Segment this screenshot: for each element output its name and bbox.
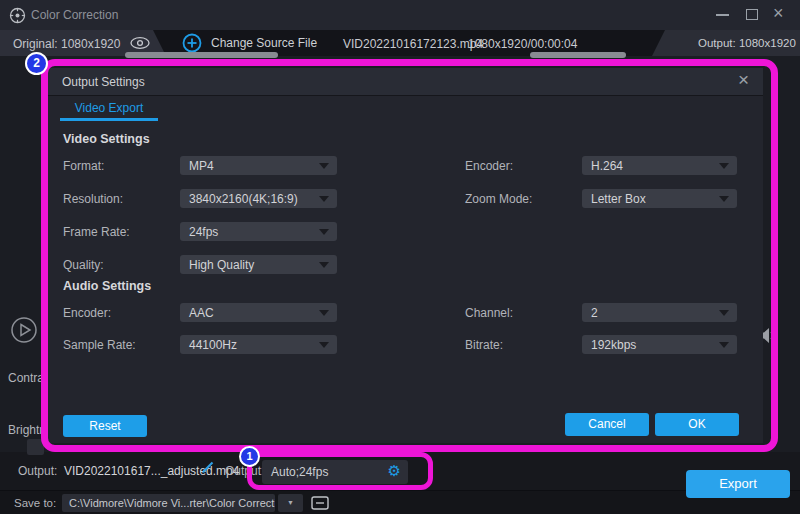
format-dropdown[interactable]: MP4	[180, 156, 337, 175]
dialog-header: Output Settings ×	[48, 68, 763, 96]
caret-down-icon	[319, 229, 329, 235]
video-encoder-dropdown[interactable]: H.264	[582, 156, 737, 175]
zoommode-value: Letter Box	[591, 192, 646, 206]
save-path-field[interactable]: C:\Vidmore\Vidmore Vi...rter\Color Corre…	[62, 494, 275, 512]
quality-value: High Quality	[189, 258, 254, 272]
window-title: Color Correction	[31, 8, 118, 22]
video-encoder-value: H.264	[591, 159, 623, 173]
channel-value: 2	[591, 306, 598, 320]
source-resolution-duration: 1080x1920/00:00:04	[468, 37, 577, 51]
profile-value: Auto;24fps	[271, 465, 328, 479]
reset-button[interactable]: Reset	[63, 415, 147, 437]
channel-label: Channel:	[465, 306, 513, 320]
caret-down-icon	[319, 262, 329, 268]
annotation-badge-step1: 1	[239, 446, 260, 467]
value-box-fragment	[27, 439, 44, 455]
app-window: Color Correction × Original: 1080x1920 C…	[0, 0, 800, 514]
preview-header-bar: Original: 1080x1920 Change Source File V…	[0, 30, 800, 56]
original-resolution-label: Original: 1080x1920	[13, 37, 120, 51]
resolution-value: 3840x2160(4K;16:9)	[189, 192, 298, 206]
contrast-label: Contrast	[8, 371, 53, 385]
close-window-button[interactable]: ×	[773, 3, 784, 24]
samplerate-label: Sample Rate:	[63, 338, 136, 352]
output-resolution-label: Output: 1080x1920	[698, 37, 796, 49]
save-path-caret-button[interactable]: ▼	[278, 494, 303, 512]
source-filename: VID20221016172123.mp4	[343, 37, 483, 51]
caret-down-icon	[319, 163, 329, 169]
export-button[interactable]: Export	[686, 470, 790, 498]
samplerate-value: 44100Hz	[189, 338, 237, 352]
dialog-close-icon[interactable]: ×	[738, 69, 749, 91]
profile-settings-gear-icon[interactable]: ⚙	[388, 462, 401, 480]
tab-underline	[60, 118, 158, 121]
caret-down-icon	[319, 310, 329, 316]
format-label: Format:	[63, 159, 104, 173]
zoommode-dropdown[interactable]: Letter Box	[582, 189, 737, 208]
minimize-button[interactable]	[716, 14, 729, 16]
audio-encoder-label: Encoder:	[63, 306, 111, 320]
resolution-dropdown[interactable]: 3840x2160(4K;16:9)	[180, 189, 337, 208]
framerate-value: 24fps	[189, 225, 218, 239]
cancel-button[interactable]: Cancel	[565, 413, 649, 436]
caret-down-icon	[719, 342, 729, 348]
caret-down-icon	[319, 342, 329, 348]
save-path-value: C:\Vidmore\Vidmore Vi...rter\Color Corre…	[69, 497, 275, 509]
bitrate-label: Bitrate:	[465, 338, 503, 352]
bitrate-value: 192kbps	[591, 338, 636, 352]
original-preview-scrollbar	[125, 52, 278, 58]
output-settings-dialog: Output Settings × Video Export Video Set…	[48, 68, 763, 443]
framerate-dropdown[interactable]: 24fps	[180, 222, 337, 241]
change-source-file-button[interactable]: Change Source File	[182, 33, 317, 53]
video-encoder-label: Encoder:	[465, 159, 513, 173]
audio-encoder-dropdown[interactable]: AAC	[180, 303, 337, 322]
browse-folder-button[interactable]	[308, 493, 332, 513]
caret-down-icon	[719, 196, 729, 202]
title-bar: Color Correction ×	[0, 0, 800, 30]
quality-label: Quality:	[63, 258, 104, 272]
bitrate-dropdown[interactable]: 192kbps	[582, 335, 737, 354]
dialog-title: Output Settings	[62, 75, 145, 89]
caret-down-icon	[719, 310, 729, 316]
output-file-label: Output:	[18, 464, 57, 478]
audio-encoder-value: AAC	[189, 306, 214, 320]
play-button-icon[interactable]	[10, 316, 38, 344]
color-correction-logo-icon	[9, 7, 26, 24]
add-circle-icon	[182, 33, 202, 53]
maximize-button[interactable]	[746, 9, 758, 20]
ok-button[interactable]: OK	[655, 413, 739, 436]
video-settings-heading: Video Settings	[63, 132, 150, 146]
rename-pencil-icon[interactable]	[200, 459, 216, 475]
audio-settings-heading: Audio Settings	[63, 279, 151, 293]
caret-down-icon	[319, 196, 329, 202]
save-to-label: Save to:	[14, 497, 56, 509]
caret-down-icon	[719, 163, 729, 169]
format-value: MP4	[189, 159, 214, 173]
output-preview-tab[interactable]: Output: 1080x1920	[652, 30, 800, 56]
resolution-label: Resolution:	[63, 192, 123, 206]
quality-dropdown[interactable]: High Quality	[180, 255, 337, 274]
annotation-badge-step2: 2	[25, 52, 48, 75]
framerate-label: Frame Rate:	[63, 225, 130, 239]
zoommode-label: Zoom Mode:	[465, 192, 532, 206]
folder-icon	[308, 493, 332, 513]
tab-video-export[interactable]: Video Export	[60, 101, 158, 115]
channel-dropdown[interactable]: 2	[582, 303, 737, 322]
change-source-label: Change Source File	[211, 36, 317, 50]
output-preview-scrollbar	[530, 52, 626, 58]
samplerate-dropdown[interactable]: 44100Hz	[180, 335, 337, 354]
output-profile-field[interactable]: Auto;24fps ⚙	[262, 460, 408, 484]
preview-eye-icon[interactable]	[129, 36, 151, 50]
save-to-bar: Save to: C:\Vidmore\Vidmore Vi...rter\Co…	[0, 490, 800, 514]
